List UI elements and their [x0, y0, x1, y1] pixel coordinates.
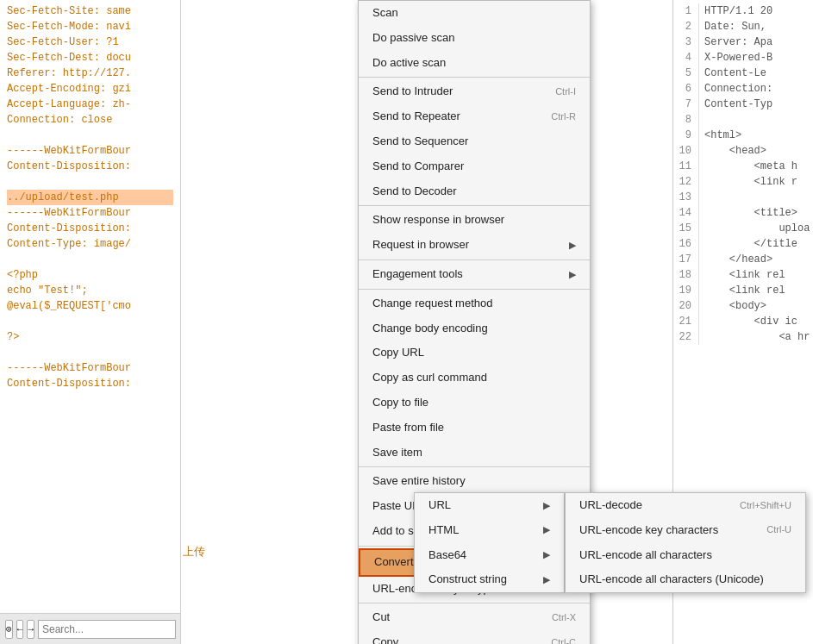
code-line: @eval($_REQUEST['cmo — [7, 298, 173, 314]
menu-send-sequencer[interactable]: Send to Sequencer — [359, 129, 590, 154]
menu-send-repeater[interactable]: Send to Repeater Ctrl-R — [359, 104, 590, 129]
separator-2 — [359, 205, 590, 206]
submenu-url-encode-all-unicode[interactable]: URL-encode all characters (Unicode) — [566, 567, 805, 592]
separator-3 — [359, 259, 590, 260]
separator-5 — [359, 466, 590, 467]
code-line: Referer: http://127. — [7, 66, 173, 81]
menu-paste-from-file[interactable]: Paste from file — [359, 416, 590, 441]
code-line-highlight: ../upload/test.php — [7, 190, 173, 205]
left-arrow-icon: ← — [17, 624, 23, 635]
menu-save-entire-history[interactable]: Save entire history — [359, 469, 590, 494]
submenu-html-item[interactable]: HTML ▶ — [415, 518, 564, 543]
code-line: Sec-Fetch-Mode: navi — [7, 19, 173, 34]
response-line-11: 11 <meta h — [673, 159, 813, 174]
code-line — [7, 252, 173, 267]
separator-1 — [359, 77, 590, 78]
response-line-21: 21 <div ic — [673, 314, 813, 329]
menu-copy[interactable]: Copy Ctrl-C — [359, 630, 590, 644]
menu-show-response-browser[interactable]: Show response in browser — [359, 208, 590, 233]
response-code: 1 HTTP/1.1 20 2 Date: Sun, 3 Server: Apa… — [673, 0, 813, 348]
response-line-3: 3 Server: Apa — [673, 34, 813, 50]
arrow-icon-base64: ▶ — [543, 547, 550, 563]
code-line — [7, 128, 173, 143]
arrow-icon-url: ▶ — [543, 498, 550, 514]
code-line: ?> — [7, 329, 173, 345]
menu-scan[interactable]: Scan — [359, 1, 590, 26]
menu-change-body-encoding[interactable]: Change body encoding — [359, 316, 590, 341]
code-line: Connection: close — [7, 112, 173, 128]
submenu-url-encode-all[interactable]: URL-encode all characters — [566, 543, 805, 568]
menu-active-scan[interactable]: Do active scan — [359, 51, 590, 76]
menu-change-request-method[interactable]: Change request method — [359, 291, 590, 316]
response-line-7: 7 Content-Typ — [673, 97, 813, 112]
code-line: Content-Disposition: — [7, 159, 173, 174]
code-line: <?php — [7, 267, 173, 283]
code-line: ------WebKitFormBour — [7, 360, 173, 376]
response-line-22: 22 <a hr — [673, 329, 813, 345]
submenu-construct-string-item[interactable]: Construct string ▶ — [415, 567, 564, 592]
separator-7 — [359, 603, 590, 603]
submenu-base64-item[interactable]: Base64 ▶ — [415, 543, 564, 568]
menu-cut[interactable]: Cut Ctrl-X — [359, 605, 590, 630]
response-line-1: 1 HTTP/1.1 20 — [673, 3, 813, 19]
response-line-15: 15 uploa — [673, 221, 813, 236]
code-line: Accept-Encoding: gzi — [7, 81, 173, 97]
menu-passive-scan[interactable]: Do passive scan — [359, 26, 590, 51]
response-line-10: 10 <head> — [673, 143, 813, 159]
menu-engagement-tools[interactable]: Engagement tools ▶ — [359, 262, 590, 287]
separator-4 — [359, 289, 590, 290]
code-line: echo "Test!"; — [7, 283, 173, 298]
chinese-label: 上传 — [183, 544, 205, 560]
middle-panel: Scan Do passive scan Do active scan Send… — [181, 0, 672, 644]
menu-send-intruder[interactable]: Send to Intruder Ctrl-I — [359, 79, 590, 104]
response-line-6: 6 Connection: — [673, 81, 813, 97]
code-line: ------WebKitFormBour — [7, 205, 173, 221]
editor-area: Sec-Fetch-Site: same Sec-Fetch-Mode: nav… — [0, 0, 813, 644]
response-line-14: 14 <title> — [673, 205, 813, 221]
arrow-icon-html: ▶ — [543, 522, 550, 538]
back-button[interactable]: ⊙ — [5, 620, 13, 639]
response-line-16: 16 </title — [673, 236, 813, 252]
left-panel: Sec-Fetch-Site: same Sec-Fetch-Mode: nav… — [0, 0, 181, 644]
code-line: Sec-Fetch-Site: same — [7, 3, 173, 19]
code-line: Sec-Fetch-Dest: docu — [7, 50, 173, 66]
response-line-19: 19 <link rel — [673, 283, 813, 298]
search-input[interactable] — [38, 620, 176, 639]
arrow-icon-construct: ▶ — [543, 572, 550, 588]
code-line: Content-Type: image/ — [7, 236, 173, 252]
request-code: Sec-Fetch-Site: same Sec-Fetch-Mode: nav… — [0, 0, 180, 395]
response-line-12: 12 <link r — [673, 174, 813, 190]
response-line-13: 13 — [673, 190, 813, 205]
menu-send-decoder[interactable]: Send to Decoder — [359, 179, 590, 204]
menu-copy-url[interactable]: Copy URL — [359, 341, 590, 366]
response-line-8: 8 — [673, 112, 813, 128]
response-line-5: 5 Content-Le — [673, 66, 813, 81]
submenu-url-encode-key[interactable]: URL-encode key characters Ctrl-U — [566, 518, 805, 543]
code-line: Sec-Fetch-User: ?1 — [7, 34, 173, 50]
code-line — [7, 174, 173, 190]
response-line-17: 17 </head> — [673, 252, 813, 267]
response-line-20: 20 <body> — [673, 298, 813, 314]
arrow-icon-2: ▶ — [569, 267, 576, 283]
response-line-4: 4 X-Powered-B — [673, 50, 813, 66]
back-icon: ⊙ — [6, 623, 12, 635]
submenu-url-decode[interactable]: URL-decode Ctrl+Shift+U — [566, 493, 805, 518]
submenu-url: URL ▶ HTML ▶ Base64 ▶ Construct string ▶ — [414, 492, 565, 593]
arrow-icon: ▶ — [569, 238, 576, 253]
menu-save-item[interactable]: Save item — [359, 441, 590, 466]
menu-request-browser[interactable]: Request in browser ▶ — [359, 233, 590, 258]
menu-copy-as-curl[interactable]: Copy as curl command — [359, 366, 590, 391]
menu-copy-to-file[interactable]: Copy to file — [359, 391, 590, 416]
menu-send-comparer[interactable]: Send to Comparer — [359, 154, 590, 179]
prev-button[interactable]: ← — [16, 620, 24, 639]
next-button[interactable]: → — [27, 620, 34, 639]
submenu-url-item[interactable]: URL ▶ — [415, 493, 564, 518]
response-line-2: 2 Date: Sun, — [673, 19, 813, 34]
code-line — [7, 345, 173, 360]
code-line: ------WebKitFormBour — [7, 143, 173, 159]
response-line-9: 9 <html> — [673, 128, 813, 143]
submenu-decode: URL-decode Ctrl+Shift+U URL-encode key c… — [565, 492, 806, 593]
code-line: Accept-Language: zh- — [7, 97, 173, 112]
code-line — [7, 314, 173, 329]
code-line: Content-Disposition: — [7, 221, 173, 236]
